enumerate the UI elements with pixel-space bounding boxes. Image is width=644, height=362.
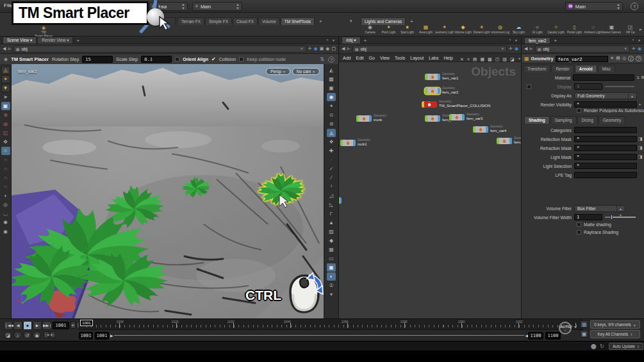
network-node[interactable]: Geometry fern_var4 [473, 126, 506, 133]
environment-light-tool[interactable]: ◍ Environment Light [491, 25, 509, 37]
jump-to-end-button[interactable]: ▶▶❘ [42, 321, 51, 330]
back-icon[interactable]: ◀ [524, 46, 527, 51]
shelf-tab[interactable]: Volume [258, 17, 280, 25]
keys-info-button[interactable]: 0 keys, 9/9 channels▲ [590, 320, 640, 329]
network-menu-item[interactable]: Go [369, 56, 375, 60]
shading-mode-icon[interactable]: ◭ [327, 66, 336, 74]
add-pane-tab[interactable]: + [551, 37, 559, 44]
display-checkbox[interactable] [527, 85, 531, 89]
node-name-field[interactable]: fern_var2 [556, 56, 609, 62]
range-start-handle[interactable]: ▶ [110, 333, 113, 338]
materials-icon[interactable]: ▼ [1, 84, 10, 92]
pose-tool-icon[interactable]: ✥ [1, 138, 10, 146]
open-chooser-icon[interactable]: ⊕ [641, 75, 644, 80]
network-graph[interactable]: Objects Geometry fern_var1 Geometry fern… [339, 62, 521, 318]
render-region-icon[interactable]: ✱ [1, 218, 10, 227]
desktop-right-spinner[interactable]: ▲▼ [616, 3, 620, 10]
portal-light-tool[interactable]: ▯ Portal Light [565, 25, 584, 37]
desktop-spinner[interactable]: ▲▼ [236, 3, 240, 10]
matte-shading-checkbox[interactable] [577, 222, 581, 227]
range-next-icon[interactable]: ▶❘ [50, 331, 55, 338]
network-node[interactable] [339, 197, 342, 204]
refresh-icon[interactable]: ↻ [600, 343, 604, 349]
param-tab[interactable]: Misc [598, 65, 615, 72]
node-help-icon[interactable]: ? [636, 56, 641, 62]
forward-icon[interactable]: ▶ [347, 46, 350, 51]
auto-key-button[interactable]: AUTO⚿ [559, 322, 572, 334]
secure-selection-lock-icon[interactable]: ▣ [1, 102, 10, 110]
auto-update-mode-dropdown[interactable]: Auto Update⇕ [609, 343, 643, 350]
stop-button[interactable]: ■ [23, 321, 32, 330]
network-tab[interactable]: /obj ▾ [342, 37, 361, 44]
file-menu[interactable]: File [4, 3, 12, 8]
message-log-icon[interactable]: ⬤ [591, 343, 597, 349]
current-frame-field[interactable]: 1001 [53, 322, 69, 329]
info-icon[interactable]: i [628, 56, 634, 62]
volume-filter-width-field[interactable]: 1 [574, 214, 602, 220]
pane-menu-icon[interactable]: ▾ [333, 38, 334, 42]
view-options-icon[interactable]: ▣ [327, 263, 336, 272]
param-field[interactable]: * [574, 136, 637, 142]
visualizers-icon[interactable]: ▦ [327, 245, 336, 254]
path-dropdown-icon[interactable]: ▼ [624, 47, 627, 51]
pin-icon[interactable]: ✛ [632, 46, 636, 51]
sky-light-tool[interactable]: ☁ Sky Light [509, 25, 528, 37]
timeline-ruler[interactable]: 1001 10081020103210441056106810801092 [79, 319, 583, 330]
camera-tool[interactable]: ◉ Camera [361, 25, 379, 37]
vr-camera-tool[interactable]: ◲ VR Ca [621, 25, 640, 37]
lighting-toggle-icon[interactable]: ◉ [327, 93, 336, 101]
rotate-tool-icon[interactable]: ◍ [1, 120, 10, 128]
area-light-tool[interactable]: ▦ Area Light [417, 25, 435, 37]
link-icon[interactable]: ◉ [314, 46, 318, 51]
snap-edge-magnet-icon[interactable]: ∩ [1, 174, 10, 182]
ambient-light-tool[interactable]: ◌ Ambient Light [584, 25, 602, 37]
sort-icon[interactable]: ⇅ [320, 56, 324, 63]
shelf-tab[interactable]: TM ShelfTools [281, 17, 315, 25]
prim-numbers-icon[interactable]: ▲ [327, 218, 336, 227]
background-image-icon[interactable]: ❖ [327, 138, 336, 146]
network-menu-item[interactable]: View [380, 56, 390, 60]
displacement-toggle-icon[interactable]: ◬ [327, 129, 336, 137]
gear-icon[interactable]: ✳ [610, 56, 614, 62]
arnold-subtab[interactable]: Dicing [577, 116, 598, 124]
tm-smart-placer-shelf-tool[interactable]: ◈ TM Smart Placer [29, 26, 58, 37]
jump-to-operator-icon[interactable]: ↴ [636, 75, 640, 80]
param-field[interactable] [574, 127, 637, 133]
lights-cameras-tab[interactable]: Lights and Cameras [361, 17, 406, 25]
shelf-tab[interactable]: Simple FX [205, 17, 232, 25]
node-list-icon[interactable]: ◨ [638, 145, 643, 151]
param-field[interactable] [574, 172, 637, 178]
scene-path-field[interactable]: ▦ obj ▼ [13, 45, 306, 53]
play-button[interactable]: ▶ [33, 321, 42, 330]
network-node[interactable]: Geometry rock1 [340, 139, 370, 146]
hq-lighting-icon[interactable]: ⊙ [327, 111, 336, 119]
channel-editor-icon[interactable]: ▦ [580, 330, 588, 338]
snapshot-bar-icon[interactable]: ▭ [327, 254, 336, 263]
network-menu-item[interactable]: Labs [429, 56, 438, 60]
pin-icon[interactable]: ✛ [509, 46, 513, 51]
camera-lock-icon[interactable]: ▣ [327, 84, 336, 92]
toolbar-help-icon[interactable]: ? [328, 56, 334, 63]
point-markers-icon[interactable]: · [327, 156, 336, 164]
param-tab[interactable]: Render [551, 65, 574, 72]
param-field[interactable]: * [574, 145, 637, 151]
pane-menu-icon[interactable]: ▾ [638, 38, 640, 42]
raytrace-shading-checkbox[interactable] [577, 230, 581, 234]
prim-hulls-icon[interactable]: ◺ [327, 201, 336, 209]
node-list-icon[interactable]: ◨ [638, 136, 643, 142]
params-tab[interactable]: fern_var2 [524, 37, 550, 44]
point-trails-icon[interactable]: ∕ [327, 174, 336, 182]
network-menu-item[interactable]: Add [343, 56, 351, 60]
key-all-channels-button[interactable]: Key All Channels⇕ [590, 330, 640, 338]
loop-mode-icon[interactable]: ↺ [23, 331, 31, 339]
forward-icon[interactable]: ▶ [529, 46, 533, 51]
orbit-view-icon[interactable]: ◎ [1, 201, 10, 209]
back-icon[interactable]: ◀ [3, 46, 6, 51]
arnold-subtab[interactable]: Geometry [599, 116, 626, 124]
origin-gnomon-icon[interactable]: Γ [327, 210, 336, 218]
gi-light-tool[interactable]: ○ GI Light [528, 25, 547, 37]
shelf-tab[interactable]: Terrain FX [178, 17, 204, 25]
playback-end-field[interactable]: 1100 [545, 332, 561, 340]
pane-maximize-icon[interactable]: ▪ [327, 38, 328, 42]
caustic-light-tool[interactable]: ✧ Caustic Light [547, 25, 565, 37]
